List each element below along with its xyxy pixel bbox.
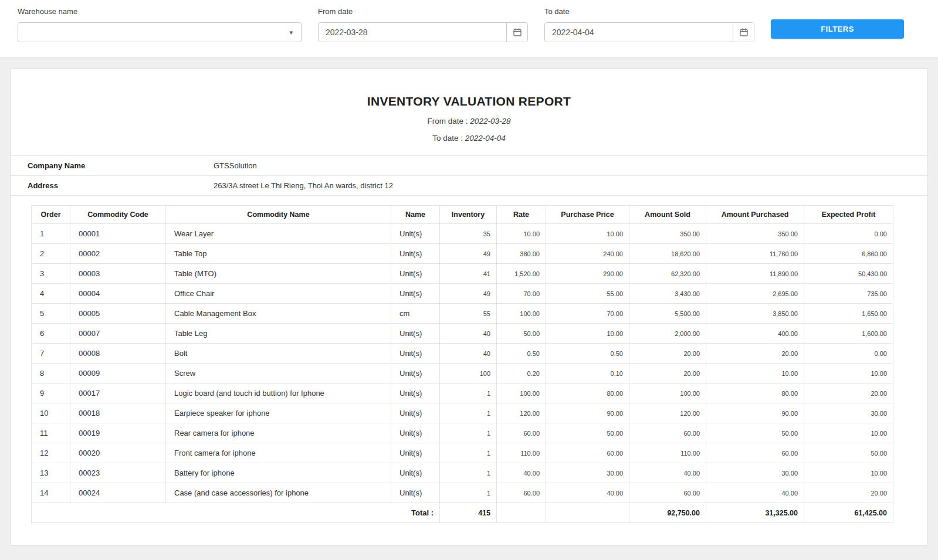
table-cell: 1 — [440, 383, 497, 403]
table-cell: Unit(s) — [391, 364, 440, 383]
column-header: Name — [391, 206, 440, 224]
table-cell: 3,850.00 — [706, 304, 804, 324]
table-cell: 60.00 — [629, 423, 706, 443]
column-header: Inventory — [440, 206, 497, 224]
table-cell: 30.00 — [804, 403, 893, 423]
column-header: Commodity Code — [70, 206, 166, 224]
inventory-table: OrderCommodity CodeCommodity NameNameInv… — [31, 205, 893, 523]
table-cell: 11,890.00 — [706, 264, 804, 284]
table-cell: 1 — [440, 443, 497, 463]
table-cell: 1 — [32, 224, 70, 244]
to-date-group — [544, 22, 754, 42]
table-cell: 10.00 — [706, 364, 804, 383]
table-cell: 10.00 — [804, 364, 893, 383]
table-row: 1400024Case (and case accessories) for i… — [32, 483, 893, 503]
warehouse-filter: Warehouse name ▾ — [18, 7, 302, 42]
table-cell: 30.00 — [546, 463, 629, 483]
address-row: Address 263/3A street Le Thi Rieng, Thoi… — [11, 175, 927, 195]
table-cell: 00020 — [70, 443, 166, 463]
table-cell: Screw — [166, 364, 391, 383]
table-cell: 2,000.00 — [629, 324, 706, 344]
table-cell: Earpiece speaker for iphone — [166, 403, 391, 423]
table-cell: 3,430.00 — [629, 284, 706, 304]
table-row: 1200020Front camera for iphoneUnit(s)111… — [32, 443, 893, 463]
warehouse-label: Warehouse name — [18, 7, 302, 16]
table-cell: 41 — [440, 264, 497, 284]
table-row: 400004Office ChairUnit(s)4970.0055.003,4… — [32, 284, 893, 304]
from-date-calendar-button[interactable] — [506, 23, 527, 42]
table-cell: 80.00 — [546, 383, 629, 403]
to-date-filter: To date — [544, 7, 754, 42]
table-cell: 50.00 — [546, 423, 629, 443]
table-cell: Unit(s) — [391, 284, 440, 304]
table-cell: 350.00 — [629, 224, 706, 244]
table-cell: 00005 — [70, 304, 166, 324]
table-cell: 4 — [32, 284, 70, 304]
table-cell: Unit(s) — [391, 383, 440, 403]
report-from-date-value: 2022-03-28 — [470, 117, 510, 125]
table-cell: 110.00 — [629, 443, 706, 463]
column-header: Expected Profit — [804, 206, 893, 224]
table-cell: Unit(s) — [391, 403, 440, 423]
table-cell: Wear Layer — [166, 224, 391, 244]
table-cell: Logic board (and touch id buttion) for I… — [166, 383, 391, 403]
table-cell: 9 — [32, 383, 70, 403]
table-cell: 40 — [440, 324, 497, 344]
table-cell: 20.00 — [804, 383, 893, 403]
table-cell: 400.00 — [706, 324, 804, 344]
table-cell: 62,320.00 — [629, 264, 706, 284]
table-cell: 7 — [32, 344, 70, 364]
table-cell: Office Chair — [166, 284, 391, 304]
report-title: INVENTORY VALUATION REPORT — [11, 94, 927, 108]
table-cell: 35 — [440, 224, 497, 244]
table-cell: 80.00 — [706, 383, 804, 403]
table-row: 300003Table (MTO)Unit(s)411,520.00290.00… — [32, 264, 893, 284]
table-cell: 1 — [440, 403, 497, 423]
table-cell: 13 — [32, 463, 70, 483]
warehouse-select[interactable]: ▾ — [18, 22, 302, 42]
table-cell: 1 — [440, 483, 497, 503]
table-row: 1100019Rear camera for iphoneUnit(s)160.… — [32, 423, 893, 443]
table-cell: 10.00 — [804, 463, 893, 483]
table-cell: 40.00 — [497, 463, 546, 483]
to-date-calendar-button[interactable] — [733, 23, 754, 42]
table-cell: 11,760.00 — [706, 244, 804, 264]
table-row: 500005Cable Management Boxcm55100.0070.0… — [32, 304, 893, 324]
filters-button[interactable]: FILTERS — [771, 19, 904, 39]
to-date-input[interactable] — [545, 23, 733, 42]
table-cell: 380.00 — [497, 244, 546, 264]
table-cell: Cable Management Box — [166, 304, 391, 324]
table-cell: 00008 — [70, 344, 166, 364]
table-cell: Unit(s) — [391, 443, 440, 463]
table-cell: 00001 — [70, 224, 166, 244]
from-date-input[interactable] — [319, 23, 506, 42]
table-row: 200002Table TopUnit(s)49380.00240.0018,6… — [32, 244, 893, 264]
table-cell: 10.00 — [804, 423, 893, 443]
calendar-icon — [513, 28, 522, 37]
table-cell: Bolt — [166, 344, 391, 364]
table-cell: 40.00 — [629, 463, 706, 483]
table-cell: Unit(s) — [391, 423, 440, 443]
total-label: Total : — [32, 503, 440, 523]
table-row: 700008BoltUnit(s)400.500.5020.0020.000.0… — [32, 344, 893, 364]
table-cell: 1,520.00 — [497, 264, 546, 284]
table-cell: 6,860.00 — [804, 244, 893, 264]
table-cell: 735.00 — [804, 284, 893, 304]
total-row: Total : 415 92,750.00 31,325.00 61,425.0… — [32, 503, 893, 523]
table-cell: 10.00 — [546, 324, 629, 344]
column-header: Amount Purchased — [706, 206, 804, 224]
table-row: 100001Wear LayerUnit(s)3510.0010.00350.0… — [32, 224, 893, 244]
table-cell: 5,500.00 — [629, 304, 706, 324]
table-cell: 20.00 — [629, 344, 706, 364]
table-cell: 00019 — [70, 423, 166, 443]
total-inventory: 415 — [440, 503, 497, 523]
table-cell: 100 — [440, 364, 497, 383]
table-cell: 120.00 — [629, 403, 706, 423]
table-cell: 60.00 — [497, 423, 546, 443]
table-cell: 120.00 — [497, 403, 546, 423]
table-cell: 40 — [440, 344, 497, 364]
table-cell: 20.00 — [706, 344, 804, 364]
table-cell: Unit(s) — [391, 483, 440, 503]
column-header: Rate — [497, 206, 546, 224]
chevron-down-icon: ▾ — [289, 29, 293, 36]
